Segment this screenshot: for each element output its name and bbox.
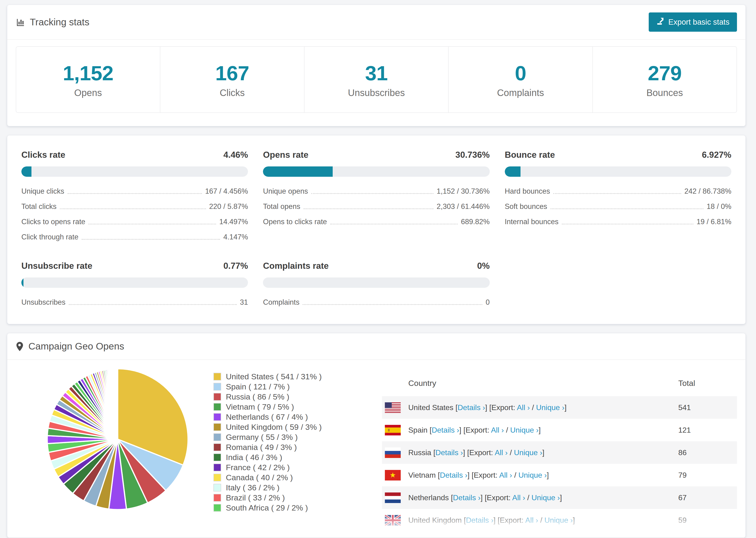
rate-detail-value: 689.82%: [461, 218, 490, 226]
pie-slice: [117, 369, 118, 439]
details-link[interactable]: Details ›: [436, 448, 463, 457]
stat-value: 1,152: [63, 61, 113, 85]
rate-detail-row: Clicks to opens rate14.497%: [21, 218, 248, 226]
export-unique-link[interactable]: Unique ›: [514, 448, 542, 457]
rate-progress-track: [505, 166, 731, 177]
rate-detail-value: 18 / 0%: [707, 202, 731, 211]
es-flag-icon: [382, 419, 408, 441]
legend-swatch: [213, 443, 221, 451]
rate-detail-value: 242 / 86.738%: [684, 187, 731, 195]
rate-section-title: Clicks rate: [21, 150, 65, 160]
rate-detail-label: Soft bounces: [505, 202, 547, 211]
rate-detail-value: 4.147%: [223, 233, 248, 241]
total-cell: 121: [678, 419, 737, 441]
country-cell-text: United Kingdom [: [408, 516, 466, 524]
rates-grid: Clicks rate4.46%Unique clicks167 / 4.456…: [7, 135, 745, 324]
dotted-leader: [82, 239, 220, 240]
rate-detail-row: Complaints0: [263, 298, 490, 306]
details-link[interactable]: Details ›: [458, 403, 485, 412]
legend-swatch: [213, 474, 221, 481]
rate-section-value: 6.927%: [702, 150, 731, 160]
legend-item: Netherlands ( 67 / 4% ): [213, 412, 322, 422]
legend-item: Italy ( 36 / 2% ): [213, 483, 322, 493]
country-cell-text: ] [Export:: [481, 493, 512, 502]
country-cell-text: /: [504, 426, 510, 434]
export-all-link[interactable]: All ›: [517, 403, 530, 412]
flag-column-header: [382, 372, 408, 396]
export-all-link[interactable]: All ›: [512, 493, 525, 502]
gb-flag-icon: [382, 509, 408, 531]
geo-title-text: Campaign Geo Opens: [28, 341, 124, 352]
legend-item: Vietnam ( 79 / 5% ): [213, 402, 322, 412]
legend-item: France ( 42 / 2% ): [213, 462, 322, 472]
country-cell-text: United States [: [408, 403, 458, 412]
geo-content: United States ( 541 / 31% )Spain ( 121 /…: [7, 360, 745, 538]
country-cell: United States [Details ›] [Export: All ›…: [408, 396, 678, 419]
legend-swatch: [213, 383, 221, 391]
rate-section-value: 30.736%: [456, 150, 490, 160]
details-link[interactable]: Details ›: [453, 493, 480, 502]
country-cell-text: ] [Export:: [485, 403, 517, 412]
map-pin-icon: [16, 342, 24, 351]
table-row: [382, 531, 737, 538]
rate-detail-value: 0: [486, 298, 490, 306]
rate-progress-fill: [505, 166, 520, 177]
details-link[interactable]: Details ›: [466, 516, 493, 524]
export-unique-link[interactable]: Unique ›: [544, 516, 573, 524]
country-cell-text: Spain [: [408, 426, 432, 434]
export-unique-link[interactable]: Unique ›: [536, 403, 565, 412]
export-all-link[interactable]: All ›: [499, 471, 512, 479]
legend-swatch: [213, 463, 221, 471]
rate-section-head: Complaints rate0%: [263, 261, 490, 271]
legend-label: South Africa ( 29 / 2% ): [226, 503, 308, 512]
country-cell: Vietnam [Details ›] [Export: All › / Uni…: [408, 464, 678, 486]
dotted-leader: [68, 193, 202, 194]
country-cell: Netherlands [Details ›] [Export: All › /…: [408, 486, 678, 509]
table-row: United States [Details ›] [Export: All ›…: [382, 396, 737, 419]
rate-section-head: Clicks rate4.46%: [21, 150, 248, 160]
dotted-leader: [553, 193, 681, 194]
legend-label: United Kingdom ( 59 / 3% ): [226, 422, 322, 432]
legend-item: India ( 46 / 3% ): [213, 452, 322, 462]
country-cell-text: ]: [565, 403, 567, 412]
country-cell-text: /: [525, 493, 531, 502]
country-cell-text: ]: [560, 493, 562, 502]
export-unique-link[interactable]: Unique ›: [518, 471, 547, 479]
rate-detail-label: Unique opens: [263, 187, 308, 195]
legend-label: Romania ( 49 / 3% ): [226, 443, 297, 452]
tracking-stats-card: Tracking stats Export basic stats 1,152O…: [7, 5, 746, 126]
country-cell-text: ] [Export:: [463, 448, 495, 457]
country-cell-text: ] [Export:: [494, 516, 525, 524]
country-cell-text: Russia [: [408, 448, 436, 457]
legend-label: France ( 42 / 2% ): [226, 463, 290, 472]
export-all-link[interactable]: All ›: [495, 448, 508, 457]
export-all-link[interactable]: All ›: [491, 426, 504, 434]
legend-swatch: [213, 423, 221, 431]
legend-label: Canada ( 40 / 2% ): [226, 473, 293, 482]
legend-item: Russia ( 86 / 5% ): [213, 392, 322, 402]
rate-detail-label: Opens to clicks rate: [263, 218, 327, 226]
legend-item: Canada ( 40 / 2% ): [213, 472, 322, 483]
rate-section-head: Opens rate30.736%: [263, 150, 490, 160]
export-unique-link[interactable]: Unique ›: [510, 426, 539, 434]
stat-label: Unsubscribes: [348, 87, 405, 98]
export-all-link[interactable]: All ›: [525, 516, 538, 524]
dotted-leader: [551, 208, 703, 209]
stat-opens: 1,152Opens: [16, 47, 160, 112]
country-cell: [408, 531, 678, 538]
legend-item: Brazil ( 33 / 2% ): [213, 493, 322, 503]
table-row: Netherlands [Details ›] [Export: All › /…: [382, 486, 737, 509]
country-cell-text: ]: [542, 448, 544, 457]
export-unique-link[interactable]: Unique ›: [531, 493, 560, 502]
export-basic-stats-button[interactable]: Export basic stats: [649, 13, 737, 32]
total-cell: [678, 531, 737, 538]
legend-label: United States ( 541 / 31% ): [226, 372, 322, 381]
rate-detail-label: Internal bounces: [505, 218, 559, 226]
country-cell-text: ] [Export:: [459, 426, 491, 434]
details-link[interactable]: Details ›: [440, 471, 467, 479]
export-icon: [656, 17, 665, 27]
legend-swatch: [213, 433, 221, 441]
rate-section-value: 0%: [477, 261, 490, 271]
details-link[interactable]: Details ›: [432, 426, 459, 434]
rate-section-value: 0.77%: [223, 261, 248, 271]
